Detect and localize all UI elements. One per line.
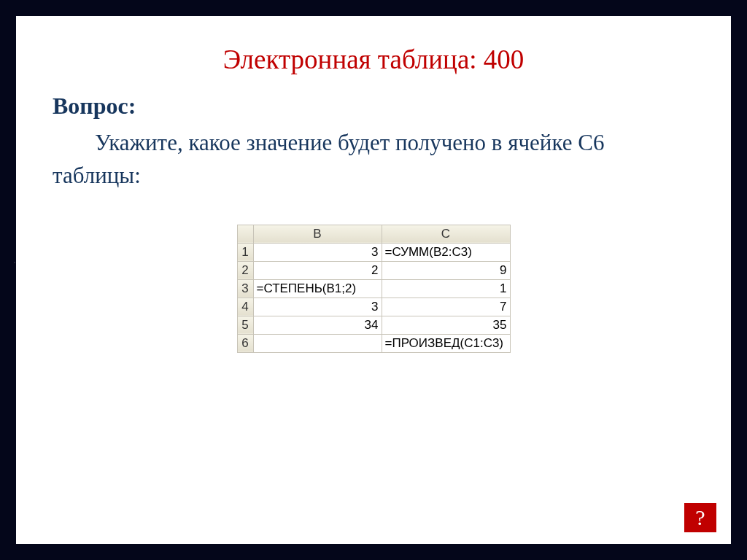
table-row: 2 2 9 [237, 261, 510, 279]
table-row: 5 34 35 [237, 316, 510, 334]
row-header: 5 [237, 316, 253, 334]
cell-c1: =СУММ(B2:C3) [382, 243, 510, 261]
table-row: 3 =СТЕПЕНЬ(B1;2) 1 [237, 279, 510, 298]
cell-b2: 2 [253, 261, 382, 279]
table-row: 1 3 =СУММ(B2:C3) [237, 243, 510, 261]
question-text: Укажите, какое значение будет получено в… [53, 127, 694, 192]
row-header: 2 [237, 261, 253, 279]
col-header-b: B [253, 225, 382, 243]
table-row: 4 3 7 [237, 298, 510, 316]
corner-cell [237, 225, 253, 243]
column-header-row: B C [237, 225, 510, 243]
question-mark-icon: ? [695, 505, 705, 530]
cell-b5: 34 [253, 316, 382, 334]
row-header: 4 [237, 298, 253, 316]
table-row: 6 =ПРОИЗВЕД(C1:C3) [237, 334, 510, 352]
cell-c4: 7 [382, 298, 510, 316]
spreadsheet-container: B C 1 3 =СУММ(B2:C3) 2 2 9 3 =СТЕПЕНЬ(B1… [53, 225, 694, 353]
col-header-c: C [382, 225, 510, 243]
row-header: 1 [237, 243, 253, 261]
slide: Электронная таблица: 400 Вопрос: Укажите… [16, 16, 731, 544]
cell-c6: =ПРОИЗВЕД(C1:C3) [382, 334, 510, 352]
cell-b6 [253, 334, 382, 352]
row-header: 3 [237, 279, 253, 298]
cell-c2: 9 [382, 261, 510, 279]
slide-title: Электронная таблица: 400 [53, 44, 694, 75]
cell-c5: 35 [382, 316, 510, 334]
cell-b1: 3 [253, 243, 382, 261]
cell-b3: =СТЕПЕНЬ(B1;2) [253, 279, 382, 298]
question-label: Вопрос: [53, 93, 694, 120]
help-button[interactable]: ? [684, 503, 716, 532]
cell-c3: 1 [382, 279, 510, 298]
row-header: 6 [237, 334, 253, 352]
cell-b4: 3 [253, 298, 382, 316]
spreadsheet: B C 1 3 =СУММ(B2:C3) 2 2 9 3 =СТЕПЕНЬ(B1… [237, 225, 511, 353]
